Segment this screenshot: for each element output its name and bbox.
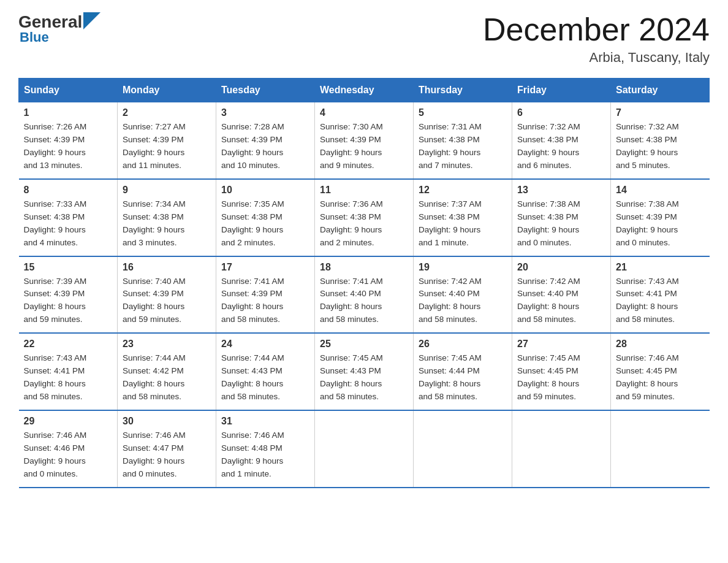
day-cell-5: 5 Sunrise: 7:31 AMSunset: 4:38 PMDayligh… <box>414 102 512 179</box>
day-number: 1 <box>24 107 113 118</box>
day-info: Sunrise: 7:44 AMSunset: 4:42 PMDaylight:… <box>123 352 211 404</box>
day-number: 20 <box>517 262 605 273</box>
day-info: Sunrise: 7:39 AMSunset: 4:39 PMDaylight:… <box>24 275 113 327</box>
day-cell-12: 12 Sunrise: 7:37 AMSunset: 4:38 PMDaylig… <box>414 179 512 256</box>
day-number: 26 <box>419 339 507 350</box>
day-cell-8: 8 Sunrise: 7:33 AMSunset: 4:38 PMDayligh… <box>19 179 118 256</box>
day-cell-14: 14 Sunrise: 7:38 AMSunset: 4:39 PMDaylig… <box>611 179 710 256</box>
day-cell-23: 23 Sunrise: 7:44 AMSunset: 4:42 PMDaylig… <box>118 333 216 410</box>
day-cell-25: 25 Sunrise: 7:45 AMSunset: 4:43 PMDaylig… <box>315 333 414 410</box>
day-number: 28 <box>616 339 705 350</box>
day-info: Sunrise: 7:46 AMSunset: 4:45 PMDaylight:… <box>616 352 705 404</box>
day-number: 10 <box>221 185 309 196</box>
day-info: Sunrise: 7:45 AMSunset: 4:43 PMDaylight:… <box>320 352 408 404</box>
day-cell-2: 2 Sunrise: 7:27 AMSunset: 4:39 PMDayligh… <box>118 102 216 179</box>
header-friday: Friday <box>512 79 611 102</box>
day-cell-empty-4 <box>414 410 512 488</box>
day-number: 27 <box>517 339 605 350</box>
day-number: 22 <box>24 339 113 350</box>
day-info: Sunrise: 7:31 AMSunset: 4:38 PMDaylight:… <box>419 121 507 172</box>
day-info: Sunrise: 7:43 AMSunset: 4:41 PMDaylight:… <box>616 275 705 327</box>
day-number: 19 <box>419 262 507 273</box>
day-number: 29 <box>24 416 113 427</box>
day-cell-19: 19 Sunrise: 7:42 AMSunset: 4:40 PMDaylig… <box>414 256 512 334</box>
header-monday: Monday <box>118 79 216 102</box>
day-info: Sunrise: 7:41 AMSunset: 4:39 PMDaylight:… <box>221 275 309 327</box>
day-info: Sunrise: 7:36 AMSunset: 4:38 PMDaylight:… <box>320 198 408 250</box>
logo: General Blue <box>18 12 100 45</box>
day-cell-17: 17 Sunrise: 7:41 AMSunset: 4:39 PMDaylig… <box>216 256 315 334</box>
day-number: 6 <box>517 107 605 118</box>
location-subtitle: Arbia, Tuscany, Italy <box>483 50 710 66</box>
header-sunday: Sunday <box>19 79 118 102</box>
day-cell-4: 4 Sunrise: 7:30 AMSunset: 4:39 PMDayligh… <box>315 102 414 179</box>
day-info: Sunrise: 7:42 AMSunset: 4:40 PMDaylight:… <box>517 275 605 327</box>
day-cell-6: 6 Sunrise: 7:32 AMSunset: 4:38 PMDayligh… <box>512 102 611 179</box>
day-number: 4 <box>320 107 408 118</box>
day-info: Sunrise: 7:46 AMSunset: 4:47 PMDaylight:… <box>123 429 211 481</box>
day-info: Sunrise: 7:30 AMSunset: 4:39 PMDaylight:… <box>320 121 408 172</box>
day-info: Sunrise: 7:28 AMSunset: 4:39 PMDaylight:… <box>221 121 309 172</box>
week-row-3: 15 Sunrise: 7:39 AMSunset: 4:39 PMDaylig… <box>19 256 710 334</box>
day-cell-21: 21 Sunrise: 7:43 AMSunset: 4:41 PMDaylig… <box>611 256 710 334</box>
day-number: 16 <box>123 262 211 273</box>
day-cell-empty-5 <box>512 410 611 488</box>
page-header: General Blue December 2024 Arbia, Tuscan… <box>18 12 710 66</box>
header-saturday: Saturday <box>611 79 710 102</box>
month-title: December 2024 <box>483 12 710 47</box>
day-info: Sunrise: 7:46 AMSunset: 4:46 PMDaylight:… <box>24 429 113 481</box>
calendar-header-row: SundayMondayTuesdayWednesdayThursdayFrid… <box>19 79 710 102</box>
header-wednesday: Wednesday <box>315 79 414 102</box>
day-number: 7 <box>616 107 705 118</box>
day-cell-27: 27 Sunrise: 7:45 AMSunset: 4:45 PMDaylig… <box>512 333 611 410</box>
day-info: Sunrise: 7:41 AMSunset: 4:40 PMDaylight:… <box>320 275 408 327</box>
calendar-table: SundayMondayTuesdayWednesdayThursdayFrid… <box>18 78 710 488</box>
day-cell-13: 13 Sunrise: 7:38 AMSunset: 4:38 PMDaylig… <box>512 179 611 256</box>
day-cell-18: 18 Sunrise: 7:41 AMSunset: 4:40 PMDaylig… <box>315 256 414 334</box>
day-number: 8 <box>24 185 113 196</box>
day-info: Sunrise: 7:26 AMSunset: 4:39 PMDaylight:… <box>24 121 113 172</box>
week-row-2: 8 Sunrise: 7:33 AMSunset: 4:38 PMDayligh… <box>19 179 710 256</box>
day-cell-1: 1 Sunrise: 7:26 AMSunset: 4:39 PMDayligh… <box>19 102 118 179</box>
day-number: 24 <box>221 339 309 350</box>
day-info: Sunrise: 7:32 AMSunset: 4:38 PMDaylight:… <box>517 121 605 172</box>
day-info: Sunrise: 7:27 AMSunset: 4:39 PMDaylight:… <box>123 121 211 172</box>
day-number: 25 <box>320 339 408 350</box>
day-number: 9 <box>123 185 211 196</box>
day-number: 18 <box>320 262 408 273</box>
day-cell-7: 7 Sunrise: 7:32 AMSunset: 4:38 PMDayligh… <box>611 102 710 179</box>
day-info: Sunrise: 7:34 AMSunset: 4:38 PMDaylight:… <box>123 198 211 250</box>
day-number: 3 <box>221 107 309 118</box>
day-number: 13 <box>517 185 605 196</box>
day-info: Sunrise: 7:32 AMSunset: 4:38 PMDaylight:… <box>616 121 705 172</box>
day-number: 21 <box>616 262 705 273</box>
day-number: 17 <box>221 262 309 273</box>
day-cell-26: 26 Sunrise: 7:45 AMSunset: 4:44 PMDaylig… <box>414 333 512 410</box>
day-number: 11 <box>320 185 408 196</box>
day-info: Sunrise: 7:42 AMSunset: 4:40 PMDaylight:… <box>419 275 507 327</box>
day-number: 12 <box>419 185 507 196</box>
week-row-5: 29 Sunrise: 7:46 AMSunset: 4:46 PMDaylig… <box>19 410 710 488</box>
day-info: Sunrise: 7:40 AMSunset: 4:39 PMDaylight:… <box>123 275 211 327</box>
day-cell-31: 31 Sunrise: 7:46 AMSunset: 4:48 PMDaylig… <box>216 410 315 488</box>
day-cell-30: 30 Sunrise: 7:46 AMSunset: 4:47 PMDaylig… <box>118 410 216 488</box>
day-info: Sunrise: 7:45 AMSunset: 4:45 PMDaylight:… <box>517 352 605 404</box>
logo-blue-text: Blue <box>20 29 49 45</box>
day-info: Sunrise: 7:44 AMSunset: 4:43 PMDaylight:… <box>221 352 309 404</box>
day-info: Sunrise: 7:45 AMSunset: 4:44 PMDaylight:… <box>419 352 507 404</box>
day-number: 23 <box>123 339 211 350</box>
day-info: Sunrise: 7:35 AMSunset: 4:38 PMDaylight:… <box>221 198 309 250</box>
day-cell-9: 9 Sunrise: 7:34 AMSunset: 4:38 PMDayligh… <box>118 179 216 256</box>
day-cell-16: 16 Sunrise: 7:40 AMSunset: 4:39 PMDaylig… <box>118 256 216 334</box>
day-cell-11: 11 Sunrise: 7:36 AMSunset: 4:38 PMDaylig… <box>315 179 414 256</box>
header-thursday: Thursday <box>414 79 512 102</box>
day-number: 5 <box>419 107 507 118</box>
day-info: Sunrise: 7:43 AMSunset: 4:41 PMDaylight:… <box>24 352 113 404</box>
day-cell-3: 3 Sunrise: 7:28 AMSunset: 4:39 PMDayligh… <box>216 102 315 179</box>
day-cell-empty-3 <box>315 410 414 488</box>
title-area: December 2024 Arbia, Tuscany, Italy <box>483 12 710 66</box>
day-number: 31 <box>221 416 309 427</box>
day-cell-29: 29 Sunrise: 7:46 AMSunset: 4:46 PMDaylig… <box>19 410 118 488</box>
day-info: Sunrise: 7:46 AMSunset: 4:48 PMDaylight:… <box>221 429 309 481</box>
week-row-4: 22 Sunrise: 7:43 AMSunset: 4:41 PMDaylig… <box>19 333 710 410</box>
